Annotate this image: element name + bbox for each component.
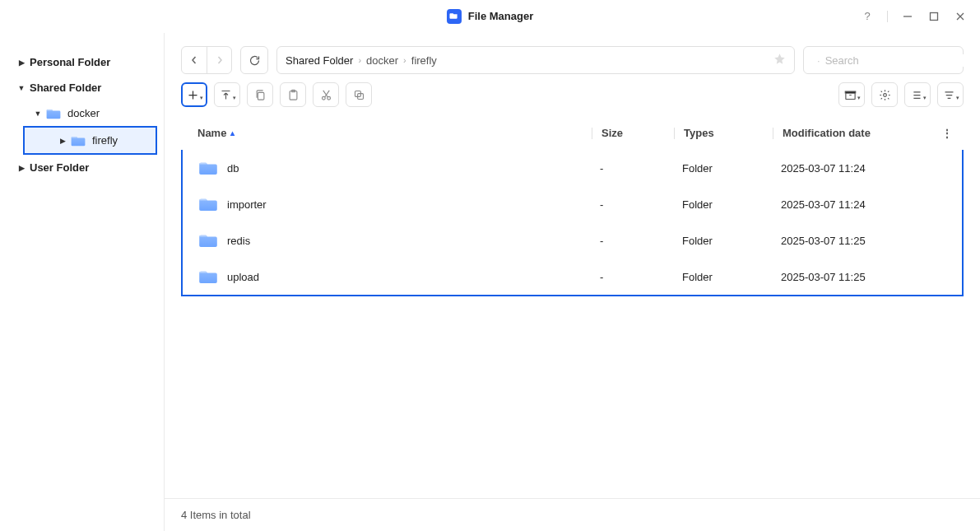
sidebar-item-firefly-selected[interactable]: ▶ firefly <box>23 126 157 155</box>
toolbar-navigation: Shared Folder › docker › firefly · <box>165 33 980 82</box>
folder-icon <box>199 161 217 175</box>
sidebar-shared-folder[interactable]: ▼ Shared Folder <box>0 75 164 100</box>
column-types[interactable]: Types <box>684 127 783 139</box>
cell-name: importer <box>199 197 600 212</box>
sidebar-user-folder[interactable]: ▶ User Folder <box>0 155 164 180</box>
archive-button[interactable]: ▾ <box>838 82 865 107</box>
column-label: Modification date <box>783 127 871 139</box>
table-row[interactable]: redis-Folder2025-03-07 11:25 <box>183 222 962 259</box>
copy-button[interactable] <box>247 82 273 107</box>
breadcrumb-item[interactable]: firefly <box>411 54 437 67</box>
forward-button[interactable] <box>207 47 231 73</box>
search-box[interactable]: · <box>803 46 964 74</box>
new-button[interactable]: ▾ <box>181 82 207 107</box>
separator <box>887 11 888 22</box>
sidebar-label: Shared Folder <box>30 82 101 94</box>
chevron-right-icon: › <box>358 55 361 65</box>
column-label: Name <box>197 127 226 139</box>
status-text: 4 Items in total <box>181 509 251 521</box>
list-view-button[interactable]: ▾ <box>904 82 931 107</box>
breadcrumb-item[interactable]: Shared Folder <box>286 54 353 67</box>
sidebar-label: firefly <box>92 134 118 147</box>
cell-type: Folder <box>682 235 781 247</box>
column-label: Size <box>601 127 623 139</box>
folder-icon <box>199 233 217 248</box>
nav-back-forward <box>181 46 232 74</box>
cell-date: 2025-03-07 11:25 <box>781 235 929 247</box>
status-bar: 4 Items in total <box>165 498 980 531</box>
table-row[interactable]: upload-Folder2025-03-07 11:25 <box>183 259 962 295</box>
cell-size: - <box>600 198 682 211</box>
table-header: Name ▴ Size Types Modification date ⋮ <box>181 117 964 150</box>
column-options-button[interactable]: ⋮ <box>931 127 964 140</box>
sort-button[interactable]: ▾ <box>937 82 964 107</box>
app-title: File Manager <box>468 10 533 22</box>
cell-size: - <box>600 162 682 175</box>
chevron-right-icon: › <box>403 55 406 65</box>
chevron-right-icon: ▶ <box>16 164 26 172</box>
file-name: redis <box>227 235 250 247</box>
cell-name: redis <box>199 233 600 248</box>
toolbar-actions: ▾ ▾ ▾ ▾ <box>165 82 980 117</box>
cell-type: Folder <box>682 271 781 283</box>
breadcrumb: Shared Folder › docker › firefly <box>276 46 795 74</box>
file-name: importer <box>227 198 267 211</box>
sidebar: ▶ Personal Folder ▼ Shared Folder ▼ dock… <box>0 33 165 531</box>
folder-icon <box>71 135 86 147</box>
sort-ascending-icon: ▴ <box>230 128 235 137</box>
cell-size: - <box>600 235 682 247</box>
folder-icon <box>199 197 217 212</box>
separator-dot: · <box>817 54 820 67</box>
titlebar: File Manager ? <box>0 0 980 33</box>
cell-date: 2025-03-07 11:24 <box>781 162 929 175</box>
duplicate-button[interactable] <box>346 82 372 107</box>
cut-button[interactable] <box>313 82 339 107</box>
sidebar-label: docker <box>67 107 100 119</box>
refresh-button[interactable] <box>240 46 268 74</box>
column-label: Types <box>684 127 714 139</box>
file-name: db <box>227 162 239 175</box>
favorite-star-icon[interactable] <box>773 53 786 68</box>
column-size[interactable]: Size <box>601 127 684 139</box>
svg-rect-0 <box>931 12 938 20</box>
table-row[interactable]: db-Folder2025-03-07 11:24 <box>183 150 962 186</box>
help-button[interactable]: ? <box>861 10 874 23</box>
close-button[interactable] <box>954 10 967 23</box>
search-input[interactable] <box>825 54 964 67</box>
upload-button[interactable]: ▾ <box>214 82 240 107</box>
chevron-right-icon: ▶ <box>58 137 67 145</box>
breadcrumb-item[interactable]: docker <box>366 54 398 67</box>
folder-icon <box>199 269 217 284</box>
sidebar-item-docker[interactable]: ▼ docker <box>16 100 164 126</box>
folder-icon <box>46 108 61 119</box>
titlebar-title: File Manager <box>447 9 533 24</box>
svg-point-10 <box>883 93 886 96</box>
paste-button[interactable] <box>280 82 306 107</box>
sidebar-personal-folder[interactable]: ▶ Personal Folder <box>0 49 164 75</box>
back-button[interactable] <box>182 47 207 73</box>
chevron-down-icon: ▼ <box>16 84 26 92</box>
cell-type: Folder <box>682 198 781 211</box>
cell-date: 2025-03-07 11:25 <box>781 271 929 283</box>
cell-name: db <box>199 161 600 175</box>
maximize-button[interactable] <box>927 10 941 23</box>
chevron-right-icon: ▶ <box>16 58 26 67</box>
chevron-down-icon: ▼ <box>33 109 43 118</box>
svg-rect-9 <box>845 93 854 100</box>
minimize-button[interactable] <box>901 10 914 23</box>
table-body: db-Folder2025-03-07 11:24importer-Folder… <box>181 150 964 296</box>
settings-button[interactable] <box>871 82 898 107</box>
cell-type: Folder <box>682 162 781 175</box>
column-name[interactable]: Name ▴ <box>197 127 601 139</box>
cell-date: 2025-03-07 11:24 <box>781 198 929 211</box>
file-name: upload <box>227 271 259 283</box>
cell-size: - <box>600 271 682 283</box>
sidebar-label: User Folder <box>30 161 89 174</box>
cell-name: upload <box>199 269 600 284</box>
file-list: Name ▴ Size Types Modification date ⋮ db… <box>165 117 980 498</box>
window-controls: ? <box>861 10 967 23</box>
sidebar-label: Personal Folder <box>30 56 110 68</box>
column-modification[interactable]: Modification date <box>783 127 931 139</box>
table-row[interactable]: importer-Folder2025-03-07 11:24 <box>183 186 962 222</box>
app-icon <box>447 9 462 24</box>
